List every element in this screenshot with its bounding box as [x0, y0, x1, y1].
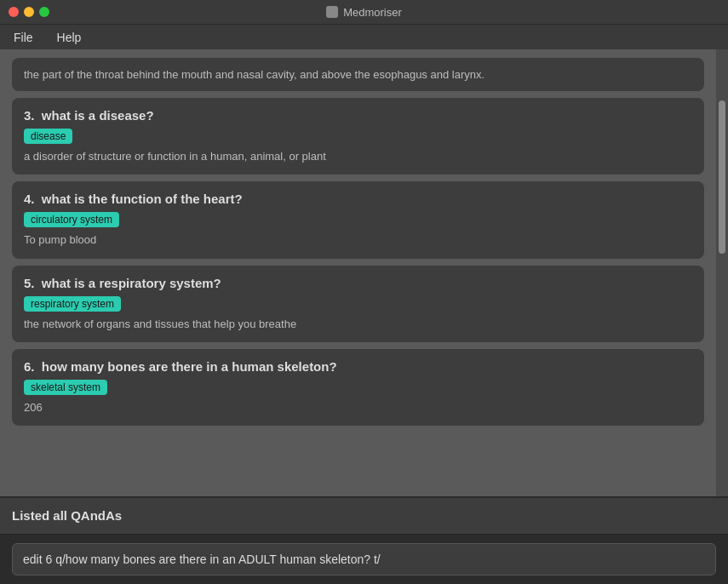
app-icon: [326, 6, 338, 18]
question-4: 4. what is the function of the heart?: [24, 192, 692, 206]
answer-6: 206: [24, 400, 692, 415]
title-bar: Medmoriser: [0, 0, 728, 24]
tag-4: circulatory system: [24, 212, 119, 227]
menu-help[interactable]: Help: [52, 29, 87, 46]
qa-card-3: 3. what is a disease? disease a disorder…: [12, 98, 704, 175]
tag-3: disease: [24, 129, 72, 144]
content-area: the part of the throat behind the mouth …: [0, 49, 728, 496]
question-6: 6. how many bones are there in a human s…: [24, 359, 692, 374]
answer-5: the network of organs and tissues that h…: [24, 317, 692, 332]
partial-answer: the part of the throat behind the mouth …: [24, 68, 484, 81]
status-bar: Listed all QAndAs: [0, 496, 728, 534]
tag-5: respiratory system: [24, 296, 121, 312]
qa-card-6: 6. how many bones are there in a human s…: [12, 349, 704, 426]
minimize-button[interactable]: [24, 7, 34, 17]
question-5: 5. what is a respiratory system?: [24, 276, 692, 290]
qa-card-5: 5. what is a respiratory system? respira…: [12, 266, 704, 342]
menu-bar: File Help: [0, 24, 728, 49]
answer-4: To pump blood: [24, 232, 692, 248]
question-3: 3. what is a disease?: [24, 108, 692, 123]
app-title: Medmoriser: [326, 6, 402, 19]
partial-card: the part of the throat behind the mouth …: [12, 58, 704, 91]
scrollbar-track[interactable]: [716, 49, 728, 496]
command-bar: [0, 534, 728, 584]
close-button[interactable]: [9, 7, 19, 17]
command-input[interactable]: [12, 543, 716, 575]
window-controls: [9, 7, 49, 17]
status-text: Listed all QAndAs: [12, 508, 122, 523]
app-title-text: Medmoriser: [343, 6, 402, 19]
scrollbar-thumb[interactable]: [719, 100, 725, 254]
maximize-button[interactable]: [39, 7, 49, 17]
qa-list[interactable]: the part of the throat behind the mouth …: [0, 49, 716, 496]
tag-6: skeletal system: [24, 380, 107, 395]
qa-card-4: 4. what is the function of the heart? ci…: [12, 181, 704, 258]
answer-3: a disorder of structure or function in a…: [24, 149, 692, 164]
menu-file[interactable]: File: [9, 29, 38, 46]
